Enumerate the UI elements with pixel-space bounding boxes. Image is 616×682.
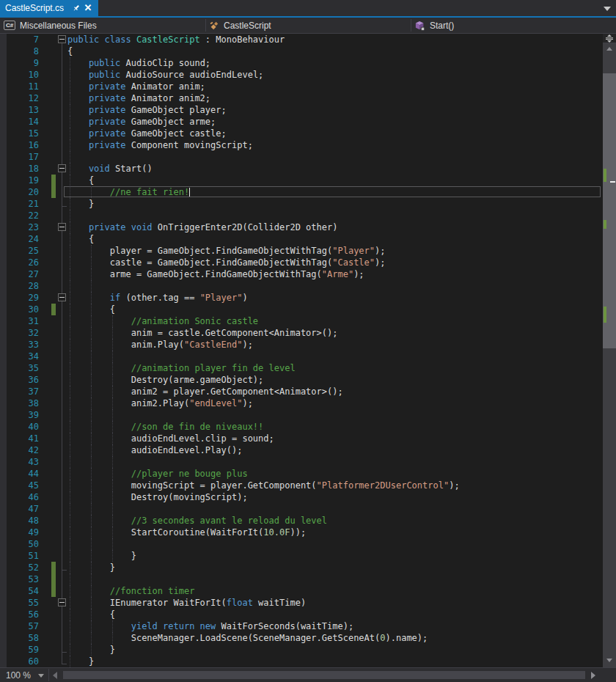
code-line[interactable]: 22 bbox=[0, 210, 603, 221]
line-number[interactable]: 27 bbox=[0, 268, 39, 280]
horizontal-scrollbar-thumb[interactable] bbox=[63, 671, 585, 679]
code-line[interactable]: 45 movingScript = player.GetComponent("P… bbox=[0, 480, 603, 491]
line-number[interactable]: 53 bbox=[0, 573, 39, 585]
type-dropdown[interactable]: CastleScript bbox=[209, 18, 271, 33]
line-number[interactable]: 13 bbox=[0, 104, 39, 116]
code-line[interactable]: 25 player = GameObject.FindGameObjectWit… bbox=[0, 245, 603, 257]
line-number[interactable]: 36 bbox=[0, 374, 39, 386]
code-line[interactable]: 46 Destroy(movingScript); bbox=[0, 491, 603, 503]
code-line[interactable]: 43 bbox=[0, 456, 603, 468]
code-line[interactable]: 48 //3 secondes avant le reload du level bbox=[0, 515, 603, 527]
line-number[interactable]: 42 bbox=[0, 444, 39, 456]
code-line[interactable]: 16 private Component movingScript; bbox=[0, 139, 603, 151]
code-line[interactable]: 27 arme = GameObject.FindGameObjectWithT… bbox=[0, 268, 603, 280]
project-dropdown[interactable]: C# Miscellaneous Files bbox=[4, 18, 97, 33]
tab-castlescript[interactable]: CastleScript.cs ✕ bbox=[0, 0, 98, 16]
line-number[interactable]: 56 bbox=[0, 609, 39, 620]
line-number[interactable]: 14 bbox=[0, 116, 39, 128]
code-line[interactable]: 7public class CastleScript : MonoBehavio… bbox=[0, 34, 603, 45]
line-number[interactable]: 50 bbox=[0, 538, 39, 550]
line-number[interactable]: 29 bbox=[0, 292, 39, 304]
fold-collapse-icon[interactable] bbox=[58, 598, 66, 606]
scroll-up-icon[interactable] bbox=[606, 47, 612, 51]
line-number[interactable]: 38 bbox=[0, 397, 39, 409]
fold-collapse-icon[interactable] bbox=[58, 35, 66, 43]
scroll-left-icon[interactable] bbox=[53, 672, 57, 679]
line-number[interactable]: 25 bbox=[0, 245, 39, 257]
code-line[interactable]: 51 } bbox=[0, 550, 603, 562]
splitter-handle-icon[interactable] bbox=[603, 34, 616, 43]
code-line[interactable]: 14 private GameObject arme; bbox=[0, 116, 603, 128]
fold-collapse-icon[interactable] bbox=[58, 164, 66, 172]
line-number[interactable]: 17 bbox=[0, 151, 39, 163]
code-line[interactable]: 56 { bbox=[0, 609, 603, 620]
code-line[interactable]: 12 private Animator anim2; bbox=[0, 92, 603, 104]
line-number[interactable]: 32 bbox=[0, 327, 39, 339]
code-line[interactable]: 15 private GameObject castle; bbox=[0, 128, 603, 139]
member-dropdown[interactable]: Start() bbox=[415, 18, 454, 33]
line-number[interactable]: 9 bbox=[0, 57, 39, 69]
line-number[interactable]: 18 bbox=[0, 163, 39, 175]
code-line[interactable]: 36 Destroy(arme.gameObject); bbox=[0, 374, 603, 386]
line-number[interactable]: 30 bbox=[0, 304, 39, 315]
line-number[interactable]: 37 bbox=[0, 386, 39, 397]
line-number[interactable]: 47 bbox=[0, 503, 39, 515]
code-line[interactable]: 19 { bbox=[0, 175, 603, 186]
tab-list-dropdown-icon[interactable] bbox=[604, 7, 611, 11]
code-line[interactable]: 39 bbox=[0, 409, 603, 421]
fold-collapse-icon[interactable] bbox=[58, 293, 66, 301]
line-number[interactable]: 52 bbox=[0, 562, 39, 573]
code-line[interactable]: 55 IEnumerator WaitForIt(float waitTime) bbox=[0, 597, 603, 609]
line-number[interactable]: 26 bbox=[0, 257, 39, 268]
line-number[interactable]: 8 bbox=[0, 45, 39, 57]
line-number[interactable]: 20 bbox=[0, 186, 39, 198]
code-line[interactable]: 8{ bbox=[0, 45, 603, 57]
code-line[interactable]: 59 } bbox=[0, 644, 603, 656]
vertical-scrollbar[interactable] bbox=[603, 34, 616, 667]
line-number[interactable]: 58 bbox=[0, 632, 39, 644]
line-number[interactable]: 31 bbox=[0, 315, 39, 327]
code-line[interactable]: 32 anim = castle.GetComponent<Animator>(… bbox=[0, 327, 603, 339]
line-number[interactable]: 11 bbox=[0, 81, 39, 92]
code-line[interactable]: 58 SceneManager.LoadScene(SceneManager.G… bbox=[0, 632, 603, 644]
code-line[interactable]: 11 private Animator anim; bbox=[0, 81, 603, 92]
line-number[interactable]: 59 bbox=[0, 644, 39, 656]
code-line[interactable]: 24 { bbox=[0, 233, 603, 245]
code-line[interactable]: 17 bbox=[0, 151, 603, 163]
code-line[interactable]: 57 yield return new WaitForSeconds(waitT… bbox=[0, 620, 603, 632]
code-editor[interactable]: 7public class CastleScript : MonoBehavio… bbox=[0, 34, 616, 667]
scroll-right-icon[interactable] bbox=[591, 672, 595, 679]
line-number[interactable]: 23 bbox=[0, 221, 39, 233]
code-line[interactable]: 47 bbox=[0, 503, 603, 515]
line-number[interactable]: 21 bbox=[0, 198, 39, 210]
code-line[interactable]: 38 anim2.Play("endLevel"); bbox=[0, 397, 603, 409]
code-line[interactable]: 35 //animation player fin de level bbox=[0, 362, 603, 374]
code-line[interactable]: 42 audioEndLevel.Play(); bbox=[0, 444, 603, 456]
line-number[interactable]: 49 bbox=[0, 527, 39, 538]
line-number[interactable]: 60 bbox=[0, 656, 39, 667]
code-line[interactable]: 9 public AudioClip sound; bbox=[0, 57, 603, 69]
code-line[interactable]: 54 //fonction timer bbox=[0, 585, 603, 597]
pin-icon[interactable] bbox=[71, 3, 81, 13]
line-number[interactable]: 48 bbox=[0, 515, 39, 527]
line-number[interactable]: 19 bbox=[0, 175, 39, 186]
code-line[interactable]: 34 bbox=[0, 351, 603, 362]
line-number[interactable]: 7 bbox=[0, 34, 39, 45]
line-number[interactable]: 34 bbox=[0, 351, 39, 362]
code-line[interactable]: 52 } bbox=[0, 562, 603, 573]
line-number[interactable]: 35 bbox=[0, 362, 39, 374]
line-number[interactable]: 44 bbox=[0, 468, 39, 480]
fold-collapse-icon[interactable] bbox=[58, 223, 66, 231]
code-line[interactable]: 60 } bbox=[0, 656, 603, 667]
line-number[interactable]: 40 bbox=[0, 421, 39, 433]
line-number[interactable]: 41 bbox=[0, 433, 39, 444]
code-line[interactable]: 53 bbox=[0, 573, 603, 585]
code-line[interactable]: 50 bbox=[0, 538, 603, 550]
code-line[interactable]: 30 { bbox=[0, 304, 603, 315]
line-number[interactable]: 46 bbox=[0, 491, 39, 503]
line-number[interactable]: 15 bbox=[0, 128, 39, 139]
line-number[interactable]: 16 bbox=[0, 139, 39, 151]
code-line[interactable]: 41 audioEndLevel.clip = sound; bbox=[0, 433, 603, 444]
code-line[interactable]: 10 public AudioSource audioEndLevel; bbox=[0, 69, 603, 81]
line-number[interactable]: 28 bbox=[0, 280, 39, 292]
